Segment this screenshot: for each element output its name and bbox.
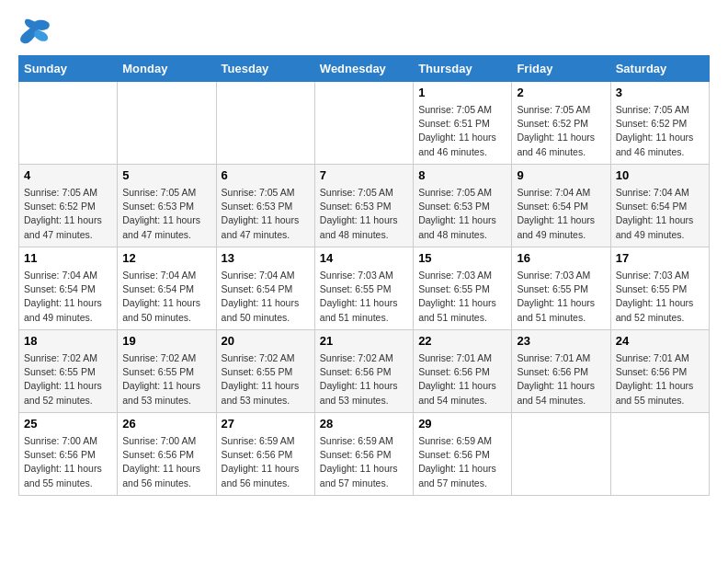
- day-cell: 15Sunrise: 7:03 AM Sunset: 6:55 PM Dayli…: [414, 247, 512, 330]
- day-info: Sunrise: 7:01 AM Sunset: 6:56 PM Dayligh…: [418, 351, 506, 408]
- day-number: 11: [24, 251, 112, 265]
- day-cell: [314, 82, 413, 165]
- day-cell: 5Sunrise: 7:05 AM Sunset: 6:53 PM Daylig…: [118, 165, 216, 247]
- day-number: 7: [320, 168, 408, 182]
- day-cell: 4Sunrise: 7:05 AM Sunset: 6:52 PM Daylig…: [19, 165, 118, 247]
- day-info: Sunrise: 7:04 AM Sunset: 6:54 PM Dayligh…: [616, 186, 704, 242]
- day-cell: [512, 413, 610, 496]
- day-info: Sunrise: 7:03 AM Sunset: 6:55 PM Dayligh…: [517, 269, 605, 325]
- col-friday: Friday: [512, 56, 610, 82]
- day-cell: 19Sunrise: 7:02 AM Sunset: 6:55 PM Dayli…: [118, 330, 216, 413]
- day-info: Sunrise: 7:02 AM Sunset: 6:56 PM Dayligh…: [320, 351, 408, 408]
- day-info: Sunrise: 7:02 AM Sunset: 6:55 PM Dayligh…: [222, 351, 310, 408]
- day-info: Sunrise: 7:04 AM Sunset: 6:54 PM Dayligh…: [24, 269, 112, 325]
- day-number: 18: [24, 334, 112, 348]
- day-info: Sunrise: 7:05 AM Sunset: 6:52 PM Dayligh…: [616, 103, 704, 159]
- day-cell: 10Sunrise: 7:04 AM Sunset: 6:54 PM Dayli…: [610, 165, 709, 247]
- day-cell: 29Sunrise: 6:59 AM Sunset: 6:56 PM Dayli…: [414, 413, 512, 496]
- day-number: 14: [320, 251, 408, 265]
- day-number: 27: [222, 417, 310, 431]
- logo-icon: [18, 18, 51, 46]
- day-number: 16: [517, 251, 605, 265]
- day-cell: 9Sunrise: 7:04 AM Sunset: 6:54 PM Daylig…: [512, 165, 610, 247]
- day-number: 6: [222, 168, 310, 182]
- day-cell: 1Sunrise: 7:05 AM Sunset: 6:51 PM Daylig…: [414, 82, 512, 165]
- day-cell: 2Sunrise: 7:05 AM Sunset: 6:52 PM Daylig…: [512, 82, 610, 165]
- day-cell: 16Sunrise: 7:03 AM Sunset: 6:55 PM Dayli…: [512, 247, 610, 330]
- day-cell: 3Sunrise: 7:05 AM Sunset: 6:52 PM Daylig…: [610, 82, 709, 165]
- day-info: Sunrise: 7:05 AM Sunset: 6:53 PM Dayligh…: [122, 186, 210, 242]
- col-saturday: Saturday: [610, 56, 709, 82]
- day-info: Sunrise: 7:05 AM Sunset: 6:51 PM Dayligh…: [418, 103, 506, 159]
- day-number: 26: [122, 417, 210, 431]
- day-cell: 12Sunrise: 7:04 AM Sunset: 6:54 PM Dayli…: [118, 247, 216, 330]
- day-info: Sunrise: 6:59 AM Sunset: 6:56 PM Dayligh…: [418, 434, 506, 490]
- day-info: Sunrise: 7:05 AM Sunset: 6:52 PM Dayligh…: [24, 186, 112, 242]
- day-cell: [610, 413, 709, 496]
- day-cell: 13Sunrise: 7:04 AM Sunset: 6:54 PM Dayli…: [216, 247, 314, 330]
- day-number: 21: [320, 334, 408, 348]
- day-number: 4: [24, 168, 112, 182]
- col-wednesday: Wednesday: [314, 56, 413, 82]
- calendar-table: SundayMondayTuesdayWednesdayThursdayFrid…: [18, 55, 710, 496]
- day-number: 23: [517, 334, 605, 348]
- week-row: 18Sunrise: 7:02 AM Sunset: 6:55 PM Dayli…: [19, 330, 710, 413]
- day-info: Sunrise: 6:59 AM Sunset: 6:56 PM Dayligh…: [222, 434, 310, 490]
- day-cell: 26Sunrise: 7:00 AM Sunset: 6:56 PM Dayli…: [118, 413, 216, 496]
- day-cell: 17Sunrise: 7:03 AM Sunset: 6:55 PM Dayli…: [610, 247, 709, 330]
- week-row: 1Sunrise: 7:05 AM Sunset: 6:51 PM Daylig…: [19, 82, 710, 165]
- day-cell: 21Sunrise: 7:02 AM Sunset: 6:56 PM Dayli…: [314, 330, 413, 413]
- col-thursday: Thursday: [414, 56, 512, 82]
- page-header: [18, 18, 710, 46]
- logo: [18, 18, 57, 46]
- day-cell: 18Sunrise: 7:02 AM Sunset: 6:55 PM Dayli…: [19, 330, 118, 413]
- day-number: 2: [517, 86, 605, 99]
- day-number: 1: [418, 86, 506, 99]
- day-cell: 7Sunrise: 7:05 AM Sunset: 6:53 PM Daylig…: [314, 165, 413, 247]
- day-number: 28: [320, 417, 408, 431]
- day-number: 20: [222, 334, 310, 348]
- day-cell: 22Sunrise: 7:01 AM Sunset: 6:56 PM Dayli…: [414, 330, 512, 413]
- day-cell: [118, 82, 216, 165]
- day-info: Sunrise: 7:03 AM Sunset: 6:55 PM Dayligh…: [418, 269, 506, 325]
- day-number: 17: [616, 251, 704, 265]
- day-number: 5: [122, 168, 210, 182]
- day-info: Sunrise: 7:05 AM Sunset: 6:53 PM Dayligh…: [320, 186, 408, 242]
- week-row: 4Sunrise: 7:05 AM Sunset: 6:52 PM Daylig…: [19, 165, 710, 247]
- day-cell: 6Sunrise: 7:05 AM Sunset: 6:53 PM Daylig…: [216, 165, 314, 247]
- day-cell: 27Sunrise: 6:59 AM Sunset: 6:56 PM Dayli…: [216, 413, 314, 496]
- day-info: Sunrise: 7:02 AM Sunset: 6:55 PM Dayligh…: [24, 351, 112, 408]
- week-row: 11Sunrise: 7:04 AM Sunset: 6:54 PM Dayli…: [19, 247, 710, 330]
- day-info: Sunrise: 7:05 AM Sunset: 6:53 PM Dayligh…: [418, 186, 506, 242]
- day-number: 13: [222, 251, 310, 265]
- day-info: Sunrise: 7:03 AM Sunset: 6:55 PM Dayligh…: [616, 269, 704, 325]
- col-sunday: Sunday: [19, 56, 118, 82]
- header-row: SundayMondayTuesdayWednesdayThursdayFrid…: [19, 56, 710, 82]
- day-number: 25: [24, 417, 112, 431]
- day-cell: 20Sunrise: 7:02 AM Sunset: 6:55 PM Dayli…: [216, 330, 314, 413]
- day-cell: 23Sunrise: 7:01 AM Sunset: 6:56 PM Dayli…: [512, 330, 610, 413]
- day-cell: 8Sunrise: 7:05 AM Sunset: 6:53 PM Daylig…: [414, 165, 512, 247]
- day-info: Sunrise: 7:05 AM Sunset: 6:53 PM Dayligh…: [222, 186, 310, 242]
- day-info: Sunrise: 6:59 AM Sunset: 6:56 PM Dayligh…: [320, 434, 408, 490]
- day-number: 22: [418, 334, 506, 348]
- day-cell: 25Sunrise: 7:00 AM Sunset: 6:56 PM Dayli…: [19, 413, 118, 496]
- day-number: 10: [616, 168, 704, 182]
- day-cell: 11Sunrise: 7:04 AM Sunset: 6:54 PM Dayli…: [19, 247, 118, 330]
- week-row: 25Sunrise: 7:00 AM Sunset: 6:56 PM Dayli…: [19, 413, 710, 496]
- day-info: Sunrise: 7:03 AM Sunset: 6:55 PM Dayligh…: [320, 269, 408, 325]
- day-number: 9: [517, 168, 605, 182]
- day-cell: 28Sunrise: 6:59 AM Sunset: 6:56 PM Dayli…: [314, 413, 413, 496]
- day-number: 24: [616, 334, 704, 348]
- day-info: Sunrise: 7:02 AM Sunset: 6:55 PM Dayligh…: [122, 351, 210, 408]
- day-info: Sunrise: 7:04 AM Sunset: 6:54 PM Dayligh…: [517, 186, 605, 242]
- day-info: Sunrise: 7:05 AM Sunset: 6:52 PM Dayligh…: [517, 103, 605, 159]
- day-info: Sunrise: 7:01 AM Sunset: 6:56 PM Dayligh…: [616, 351, 704, 408]
- day-info: Sunrise: 7:00 AM Sunset: 6:56 PM Dayligh…: [122, 434, 210, 490]
- col-tuesday: Tuesday: [216, 56, 314, 82]
- day-number: 12: [122, 251, 210, 265]
- day-number: 8: [418, 168, 506, 182]
- day-cell: 14Sunrise: 7:03 AM Sunset: 6:55 PM Dayli…: [314, 247, 413, 330]
- col-monday: Monday: [118, 56, 216, 82]
- day-info: Sunrise: 7:04 AM Sunset: 6:54 PM Dayligh…: [222, 269, 310, 325]
